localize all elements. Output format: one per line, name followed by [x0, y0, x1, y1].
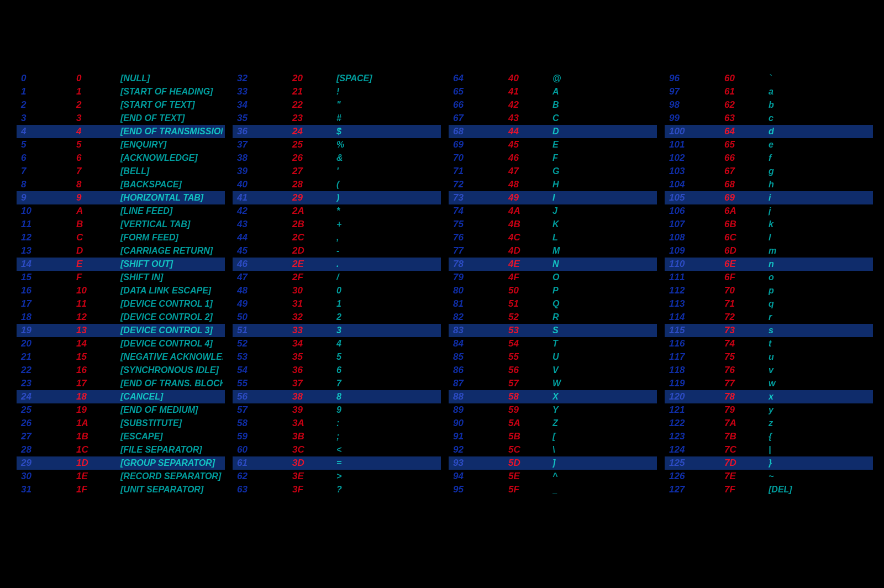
- hex-value: 4C: [508, 232, 552, 243]
- character-value: [SHIFT IN]: [120, 272, 223, 282]
- character-value: [BELL]: [120, 166, 223, 176]
- table-row: 472F/: [233, 271, 441, 284]
- character-value: $: [336, 127, 439, 136]
- character-value: M: [552, 246, 655, 256]
- table-row: 11[START OF HEADING]: [17, 85, 225, 98]
- decimal-value: 10: [21, 206, 76, 217]
- character-value: 9: [336, 405, 439, 415]
- table-row: 55377: [233, 377, 441, 390]
- table-row: 593B;: [233, 430, 441, 443]
- table-row: 774DM: [449, 244, 657, 258]
- decimal-value: 38: [237, 153, 292, 164]
- character-value: \: [552, 445, 655, 455]
- table-row: 11472r: [665, 311, 873, 324]
- hex-value: 57: [508, 378, 552, 389]
- table-row: 54366: [233, 364, 441, 377]
- decimal-value: 6: [21, 153, 76, 164]
- table-row: 10367g: [665, 165, 873, 178]
- hex-value: 30: [292, 285, 336, 296]
- table-row: 2014[DEVICE CONTROL 4]: [17, 337, 225, 350]
- table-row: 12C[FORM FEED]: [17, 231, 225, 244]
- table-row: 11876v: [665, 364, 873, 377]
- character-value: p: [769, 286, 871, 296]
- character-value: 4: [336, 339, 439, 349]
- decimal-value: 67: [453, 113, 508, 124]
- table-row: 3220[SPACE]: [233, 72, 441, 85]
- table-row: 6541A: [449, 85, 657, 98]
- character-value: j: [769, 206, 871, 216]
- hex-value: 2D: [292, 245, 336, 256]
- hex-value: 29: [292, 192, 336, 203]
- decimal-value: 32: [237, 73, 292, 84]
- decimal-value: 24: [21, 391, 76, 402]
- character-value: y: [769, 405, 871, 415]
- hex-value: 64: [724, 126, 769, 137]
- hex-value: 60: [724, 73, 769, 84]
- hex-value: 0: [76, 73, 120, 84]
- decimal-value: 120: [669, 391, 724, 402]
- character-value: l: [769, 233, 871, 243]
- decimal-value: 40: [237, 179, 292, 190]
- character-value: |: [769, 445, 871, 455]
- hex-value: 6: [76, 153, 120, 164]
- table-row: 53355: [233, 350, 441, 364]
- decimal-value: 121: [669, 405, 724, 416]
- character-value: f: [769, 153, 871, 163]
- decimal-value: 31: [21, 484, 76, 495]
- character-value: B: [552, 100, 655, 110]
- table-row: 915B[: [449, 430, 657, 443]
- decimal-value: 7: [21, 166, 76, 177]
- hex-value: 40: [508, 73, 552, 84]
- character-value: S: [552, 326, 655, 335]
- character-value: s: [769, 326, 871, 335]
- decimal-value: 72: [453, 179, 508, 190]
- decimal-value: 66: [453, 99, 508, 111]
- character-value: k: [769, 219, 871, 229]
- table-row: 925C\: [449, 443, 657, 456]
- hex-value: 5B: [508, 431, 552, 442]
- table-row: 422A*: [233, 204, 441, 218]
- character-value: !: [336, 87, 439, 97]
- character-value: ,: [336, 233, 439, 243]
- decimal-value: 20: [21, 338, 76, 349]
- table-row: 1913[DEVICE CONTROL 3]: [17, 324, 225, 337]
- decimal-value: 111: [669, 272, 724, 283]
- decimal-value: 28: [21, 444, 76, 455]
- character-value: ~: [769, 471, 871, 481]
- hex-value: 56: [508, 365, 552, 376]
- character-value: U: [552, 352, 655, 362]
- table-row: 784EN: [449, 258, 657, 271]
- hex-value: 59: [508, 405, 552, 416]
- table-row: 794FO: [449, 271, 657, 284]
- character-value: V: [552, 365, 655, 375]
- decimal-value: 81: [453, 298, 508, 309]
- hex-value: 23: [292, 113, 336, 124]
- character-value: [END OF TEXT]: [120, 113, 223, 123]
- character-value: (: [336, 180, 439, 190]
- hex-value: 10: [76, 285, 120, 296]
- character-value: [END OF MEDIUM]: [120, 405, 223, 415]
- table-row: 945E^: [449, 470, 657, 483]
- decimal-value: 126: [669, 471, 724, 482]
- hex-value: 16: [76, 365, 120, 376]
- decimal-value: 89: [453, 405, 508, 416]
- table-row: 3927': [233, 165, 441, 178]
- hex-value: 19: [76, 405, 120, 416]
- table-row: 77[BELL]: [17, 165, 225, 178]
- table-row: 99[HORIZONTAL TAB]: [17, 191, 225, 204]
- decimal-value: 110: [669, 259, 724, 270]
- decimal-value: 85: [453, 351, 508, 363]
- decimal-value: 86: [453, 365, 508, 376]
- character-value: 3: [336, 326, 439, 335]
- decimal-value: 23: [21, 378, 76, 389]
- hex-value: 1C: [76, 444, 120, 455]
- decimal-value: 115: [669, 325, 724, 336]
- hex-value: 4A: [508, 206, 552, 217]
- hex-value: 77: [724, 378, 769, 389]
- hex-value: 12: [76, 312, 120, 323]
- table-row: 9761a: [665, 85, 873, 98]
- hex-value: 3D: [292, 458, 336, 469]
- hex-value: 4D: [508, 245, 552, 256]
- character-value: [SHIFT OUT]: [120, 259, 223, 269]
- hex-value: 4: [76, 126, 120, 137]
